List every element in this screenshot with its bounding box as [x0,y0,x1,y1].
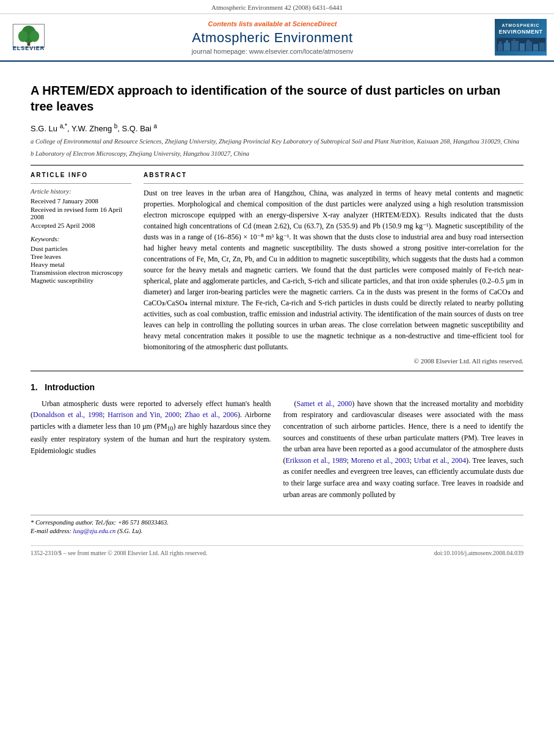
badge-title-top: ATMOSPHERIC [501,23,539,27]
journal-homepage: journal homepage: www.elsevier.com/locat… [56,48,489,55]
svg-rect-9 [504,43,510,51]
history-label: Article history: [31,187,131,195]
article-info-col: ARTICLE INFO Article history: Received 7… [31,172,131,365]
sciencedirect-line: Contents lists available at ScienceDirec… [56,20,489,27]
email-note: E-mail address: lusg@zju.edu.cn (S.G. Lu… [31,528,523,534]
section-title: 1. Introduction [31,382,523,392]
article-content: A HRTEM/EDX approach to identification o… [0,62,554,566]
badge-title-main: ENVIRONMENT [498,29,542,35]
ref-samet[interactable]: Samet et al., 2000 [297,399,352,408]
journal-badge: ATMOSPHERIC ENVIRONMENT [495,19,547,56]
accepted-date: Accepted 25 April 2008 [31,222,131,229]
abstract-paragraph: Dust on tree leaves in the urban area of… [144,187,523,352]
journal-title: Atmospheric Environment [56,30,489,46]
sciencedirect-link[interactable]: ScienceDirect [293,20,337,27]
abstract-label: ABSTRACT [144,172,523,178]
affiliation-b: b Laboratory of Electron Microscopy, Zhe… [31,149,523,159]
intro-body: Urban atmospheric dusts were reported to… [31,398,523,505]
abstract-text: Dust on tree leaves in the urban area of… [144,187,523,352]
ref-urbat[interactable]: Urbat et al., 2004 [414,456,466,465]
article-info-label: ARTICLE INFO [31,172,131,178]
page-footer: 1352-2310/$ – see front matter © 2008 El… [31,545,523,556]
keyword-2: Tree leaves [31,253,131,260]
divider-after-abstract [31,371,523,371]
keyword-5: Magnetic susceptibility [31,277,131,284]
ref-zhao[interactable]: Zhao et al., 2006 [184,410,238,419]
svg-rect-14 [526,42,532,51]
keywords-label: Keywords: [31,235,131,242]
elsevier-logo-svg [8,24,49,48]
svg-point-5 [30,30,40,42]
svg-rect-8 [499,42,501,44]
divider-abstract [144,183,523,184]
footer-doi: doi:10.1016/j.atmosenv.2008.04.039 [434,550,523,556]
svg-rect-17 [539,43,545,51]
ref-donaldson[interactable]: Donaldson et al., 1998 [33,410,103,419]
badge-skyline-svg [497,38,545,51]
intro-right-col: (Samet et al., 2000) have shown that the… [283,398,524,505]
header-center: Contents lists available at ScienceDirec… [56,20,489,55]
ref-harrison[interactable]: Harrison and Yin, 2000 [108,410,180,419]
keyword-4: Transmission electron microscopy [31,269,131,276]
elsevier-header: ELSEVIER Contents lists available at Sci… [0,14,554,62]
svg-rect-18 [497,50,545,51]
revised-date: Received in revised form 16 April 2008 [31,206,131,220]
article-info-abstract: ARTICLE INFO Article history: Received 7… [31,172,523,365]
introduction-section: 1. Introduction Urban atmospheric dusts … [31,382,523,505]
svg-point-4 [18,30,28,42]
svg-rect-11 [511,41,519,51]
footnotes: * Corresponding author. Tel./fax: +86 57… [31,515,523,534]
intro-right-para: (Samet et al., 2000) have shown that the… [283,398,524,500]
authors: S.G. Lu a,*, Y.W. Zheng b, S.Q. Bai a [31,123,523,133]
email-link[interactable]: lusg@zju.edu.cn [73,528,116,534]
elsevier-wordmark: ELSEVIER [13,45,45,51]
abstract-col: ABSTRACT Dust on tree leaves in the urba… [144,172,523,365]
corresponding-author-note: * Corresponding author. Tel./fax: +86 57… [31,519,523,526]
keyword-3: Heavy metal [31,261,131,268]
ref-moreno[interactable]: Moreno et al., 2003 [351,456,410,465]
ref-eriksson[interactable]: Eriksson et al., 1989 [286,456,347,465]
svg-rect-12 [513,39,515,41]
intro-left-para: Urban atmospheric dusts were reported to… [31,398,271,456]
affiliation-a: a College of Environmental and Resource … [31,137,523,147]
footer-issn: 1352-2310/$ – see front matter © 2008 El… [31,550,207,556]
copyright-text: © 2008 Elsevier Ltd. All rights reserved… [144,357,523,365]
citation-text: Atmospheric Environment 42 (2008) 6431–6… [211,4,343,11]
intro-left-col: Urban atmospheric dusts were reported to… [31,398,271,505]
received-date: Received 7 January 2008 [31,197,131,205]
keyword-1: Dust particles [31,245,131,252]
divider-info [31,183,131,184]
svg-rect-10 [506,40,508,43]
article-title: A HRTEM/EDX approach to identification o… [31,82,523,114]
svg-rect-15 [527,40,530,42]
journal-citation-bar: Atmospheric Environment 42 (2008) 6431–6… [0,0,554,14]
elsevier-logo: ELSEVIER [7,24,50,51]
divider-top [31,165,523,165]
